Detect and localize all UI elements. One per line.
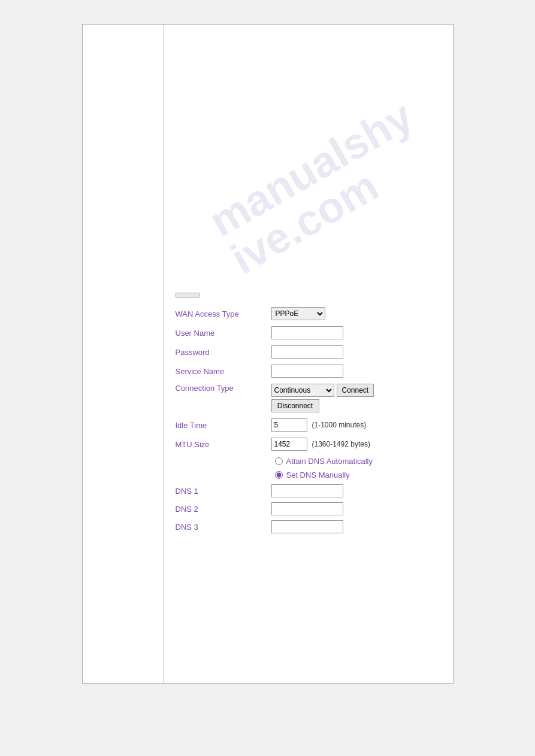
main-container: manualshyive.com WAN Access Type PPPoE D…: [82, 24, 454, 684]
mtu-size-input[interactable]: [271, 438, 307, 451]
attain-dns-radio[interactable]: [275, 457, 283, 465]
set-dns-radio[interactable]: [275, 471, 283, 479]
user-name-input[interactable]: [271, 326, 343, 339]
attain-dns-row: Attain DNS Automatically: [176, 457, 441, 466]
connection-type-controls: Continuous Connect on Demand Manual Conn…: [271, 384, 374, 412]
service-name-input[interactable]: [271, 365, 343, 378]
disconnect-button[interactable]: Disconnect: [271, 399, 319, 412]
dns1-input[interactable]: [271, 484, 343, 497]
wan-access-type-label: WAN Access Type: [176, 309, 271, 318]
set-dns-label: Set DNS Manually: [286, 470, 350, 479]
dns3-input[interactable]: [271, 520, 343, 533]
main-content: manualshyive.com WAN Access Type PPPoE D…: [164, 25, 453, 683]
wan-access-type-row: WAN Access Type PPPoE DHCP Static IP PPT…: [176, 307, 441, 320]
idle-time-label: Idle Time: [176, 421, 271, 430]
password-row: Password: [176, 345, 441, 359]
sidebar: [83, 25, 164, 683]
idle-time-hint: (1-1000 minutes): [312, 421, 367, 429]
dns-section: Attain DNS Automatically Set DNS Manuall…: [176, 457, 441, 533]
password-label: Password: [176, 348, 271, 357]
idle-time-row: Idle Time (1-1000 minutes): [176, 418, 441, 432]
connection-type-row: Connection Type Continuous Connect on De…: [176, 384, 441, 412]
dns3-row: DNS 3: [176, 520, 441, 533]
mtu-size-row: MTU Size (1360-1492 bytes): [176, 438, 441, 451]
mtu-size-hint: (1360-1492 bytes): [312, 440, 370, 448]
dns2-input[interactable]: [271, 502, 343, 515]
wan-access-type-select[interactable]: PPPoE DHCP Static IP PPTP L2TP: [271, 307, 325, 320]
idle-time-input[interactable]: [271, 418, 307, 432]
back-button[interactable]: [176, 293, 200, 297]
watermark: manualshyive.com: [203, 94, 442, 281]
mtu-size-label: MTU Size: [176, 440, 271, 449]
dns1-row: DNS 1: [176, 484, 441, 497]
form-area: WAN Access Type PPPoE DHCP Static IP PPT…: [176, 288, 441, 533]
connection-type-label: Connection Type: [176, 384, 271, 393]
connection-type-top: Continuous Connect on Demand Manual Conn…: [271, 384, 374, 397]
password-input[interactable]: [271, 345, 343, 359]
user-name-row: User Name: [176, 326, 441, 339]
dns3-label: DNS 3: [176, 523, 271, 532]
service-name-label: Service Name: [176, 367, 271, 376]
attain-dns-label: Attain DNS Automatically: [286, 457, 373, 466]
set-dns-row: Set DNS Manually: [176, 470, 441, 479]
dns1-label: DNS 1: [176, 487, 271, 496]
service-name-row: Service Name: [176, 365, 441, 378]
connection-type-select[interactable]: Continuous Connect on Demand Manual: [271, 384, 334, 397]
dns2-label: DNS 2: [176, 505, 271, 514]
user-name-label: User Name: [176, 329, 271, 338]
connect-button[interactable]: Connect: [337, 384, 374, 397]
dns2-row: DNS 2: [176, 502, 441, 515]
